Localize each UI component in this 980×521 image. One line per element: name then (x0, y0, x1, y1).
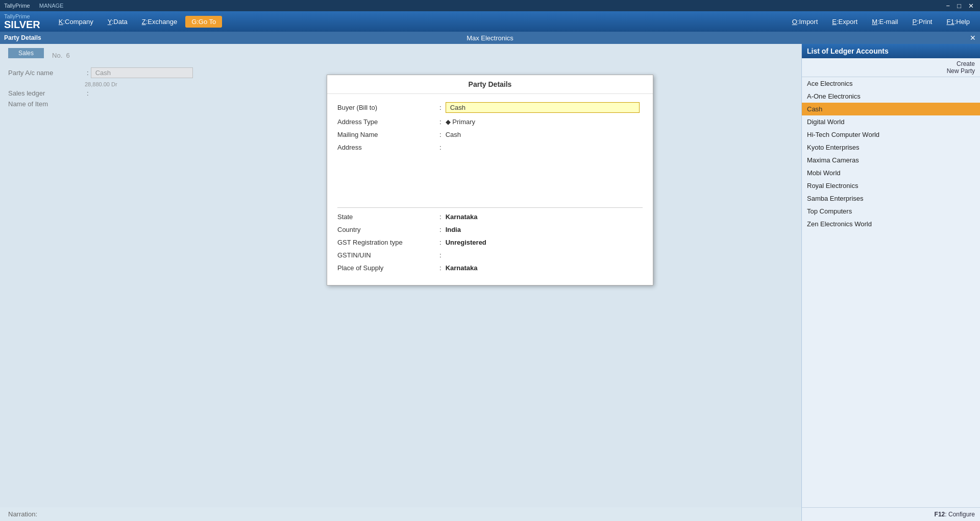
party-ac-value[interactable]: Cash (91, 67, 193, 78)
ledger-create-area: Create New Party (802, 58, 980, 77)
nav-print[interactable]: P:Print (906, 16, 938, 28)
address-type-value: ◆ Primary (446, 118, 475, 126)
configure-label: : Configure (945, 511, 975, 518)
nav-exchange[interactable]: Z:Exchange (136, 16, 183, 28)
ledger-item[interactable]: A-One Electronics (802, 90, 980, 103)
party-ac-label: Party A/c name (8, 69, 85, 77)
ledger-item[interactable]: Maxima Cameras (802, 154, 980, 167)
gst-reg-row: GST Registration type : Unregistered (337, 239, 643, 246)
ledger-footer: F12: Configure (802, 507, 980, 521)
title-bar: TallyPrime MANAGE − □ ✕ (0, 0, 980, 11)
new-party-label[interactable]: New Party (807, 67, 975, 75)
gst-reg-value: Unregistered (446, 239, 486, 246)
page-title: Party Details (4, 34, 41, 41)
ledger-header: List of Ledger Accounts (802, 44, 980, 58)
narration-area: Narration: (0, 507, 801, 521)
minimize-button[interactable]: − (944, 2, 952, 10)
logo-bottom: SILVER (4, 19, 40, 30)
mailing-name-value: Cash (446, 131, 461, 138)
mailing-name-row: Mailing Name : Cash (337, 131, 643, 138)
company-name: Max Electronics (467, 34, 513, 42)
top-bar: Party Details Max Electronics ✕ (0, 32, 980, 44)
modal-divider (337, 207, 643, 208)
sales-ledger-label: Sales ledger (8, 89, 85, 97)
ledger-item[interactable]: Kyoto Enterprises (802, 141, 980, 154)
address-type-label: Address Type (337, 118, 439, 126)
create-label[interactable]: Create (807, 60, 975, 67)
ledger-item[interactable]: Digital World (802, 115, 980, 128)
title-bar-left: TallyPrime MANAGE (4, 3, 63, 9)
state-row: State : Karnataka (337, 213, 643, 221)
gstin-label: GSTIN/UIN (337, 251, 439, 259)
place-supply-row: Place of Supply : Karnataka (337, 264, 643, 272)
close-button[interactable]: ✕ (970, 34, 976, 42)
nav-help[interactable]: F1:Help (940, 16, 976, 28)
nav-import[interactable]: O:Import (786, 16, 824, 28)
ledger-item[interactable]: Zen Electronics World (802, 218, 980, 230)
nav-data[interactable]: Y:Data (102, 16, 134, 28)
modal-title: Party Details (327, 75, 653, 94)
address-label: Address (337, 144, 439, 151)
party-modal: Party Details Buyer (Bill to) : Address … (327, 75, 653, 286)
country-label: Country (337, 226, 439, 233)
close-app-button[interactable]: ✕ (966, 2, 976, 10)
app-header: TallyPrime SILVER K:Company Y:Data Z:Exc… (0, 11, 980, 32)
nav-goto[interactable]: G:Go To (185, 16, 222, 28)
nav-export[interactable]: E:Export (826, 16, 864, 28)
ledger-list: Ace ElectronicsA-One ElectronicsCashDigi… (802, 77, 980, 507)
manage-label: MANAGE (39, 3, 64, 9)
name-of-item-label: Name of Item (8, 100, 85, 108)
mailing-name-label: Mailing Name (337, 131, 439, 138)
state-value: Karnataka (446, 213, 478, 221)
app-logo: TallyPrime SILVER (4, 14, 40, 30)
gst-reg-label: GST Registration type (337, 239, 439, 246)
logo-top: TallyPrime (4, 14, 40, 19)
no-label: No. 6 (52, 52, 70, 59)
place-supply-label: Place of Supply (337, 264, 439, 272)
ledger-item[interactable]: Top Computers (802, 205, 980, 218)
gstin-row: GSTIN/UIN : (337, 251, 643, 259)
app-brand: TallyPrime (4, 3, 30, 9)
ledger-item[interactable]: Ace Electronics (802, 77, 980, 90)
buyer-field-row: Buyer (Bill to) : (337, 102, 643, 113)
nav-company[interactable]: K:Company (53, 16, 100, 28)
address-row: Address : (337, 144, 643, 151)
address-type-row: Address Type : ◆ Primary (337, 118, 643, 126)
f12-key[interactable]: F12 (935, 511, 945, 518)
buyer-input[interactable] (446, 102, 640, 113)
maximize-button[interactable]: □ (955, 2, 963, 10)
state-label: State (337, 213, 439, 221)
ledger-item[interactable]: Mobi World (802, 167, 980, 179)
title-bar-controls[interactable]: − □ ✕ (944, 2, 976, 10)
main-area: Sales No. 6 Party A/c name : Cash 28,880… (0, 44, 980, 521)
nav-email[interactable]: M:E-mail (866, 16, 904, 28)
ledger-item[interactable]: Royal Electronics (802, 179, 980, 192)
country-row: Country : India (337, 226, 643, 233)
sales-tab[interactable]: Sales (8, 48, 44, 58)
address-area (337, 156, 643, 197)
narration-label: Narration: (8, 510, 37, 518)
ledger-item[interactable]: Cash (802, 103, 980, 115)
ledger-panel: List of Ledger Accounts Create New Party… (801, 44, 980, 521)
place-supply-value: Karnataka (446, 264, 478, 272)
ledger-item[interactable]: Hi-Tech Computer World (802, 128, 980, 141)
ledger-item[interactable]: Samba Enterprises (802, 192, 980, 205)
buyer-label: Buyer (Bill to) (337, 104, 439, 111)
country-value: India (446, 226, 461, 233)
modal-body: Buyer (Bill to) : Address Type : ◆ Prima… (327, 94, 653, 285)
